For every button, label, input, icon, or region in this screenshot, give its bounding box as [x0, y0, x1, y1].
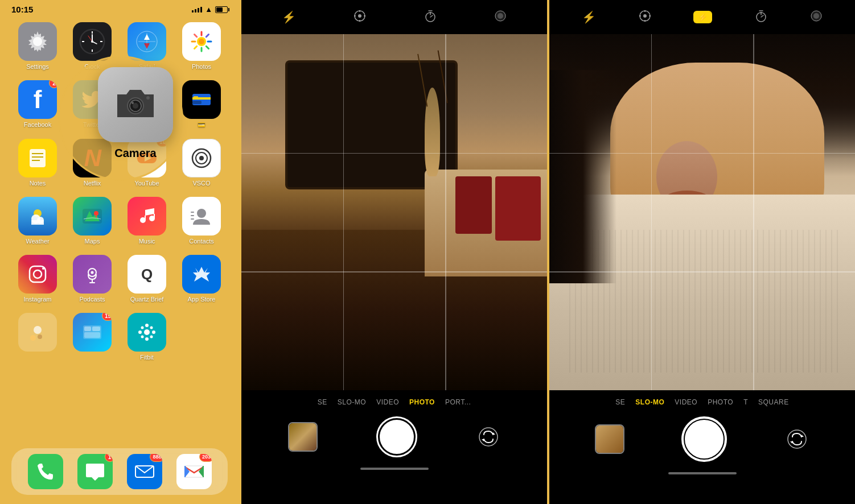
app-settings-label: Settings: [26, 63, 49, 70]
thumbnail-front[interactable]: [595, 424, 624, 454]
svg-line-106: [761, 15, 763, 17]
svg-point-75: [150, 336, 153, 338]
svg-rect-28: [192, 101, 202, 104]
app-quartz[interactable]: Q Quartz Brief: [124, 255, 170, 303]
svg-point-61: [30, 335, 36, 341]
dock-messages[interactable]: 1: [77, 454, 113, 489]
home-indicator-front: [668, 472, 737, 474]
timer-front-icon[interactable]: [755, 10, 767, 25]
signal-icon: [192, 7, 202, 13]
camera-top-bar-rear: ⚡: [241, 0, 547, 34]
mode-se-front[interactable]: SE: [615, 398, 625, 406]
svg-point-99: [643, 14, 647, 18]
app-vsco[interactable]: VSCO: [179, 139, 224, 187]
app-maps-label: Maps: [85, 238, 100, 245]
app-empty-1: [15, 313, 60, 361]
thumbnail-rear[interactable]: [288, 422, 318, 452]
svg-point-67: [144, 329, 150, 335]
svg-point-17: [199, 39, 204, 44]
svg-rect-65: [92, 327, 100, 331]
dock-phone[interactable]: [28, 454, 63, 489]
app-calendar[interactable]: MON 25 Ca: [124, 80, 170, 129]
mode-photo-front[interactable]: PHOTO: [708, 398, 733, 406]
app-photos[interactable]: Photos: [179, 22, 224, 70]
svg-line-24: [195, 46, 197, 48]
mode-slomo-front[interactable]: SLO-MO: [635, 398, 664, 406]
mode-se[interactable]: SE: [318, 398, 327, 406]
app-clock-label: Clock: [84, 63, 100, 70]
svg-point-70: [138, 331, 142, 334]
dock-mail[interactable]: 888: [127, 454, 162, 489]
live-photo-front-icon[interactable]: [639, 10, 651, 25]
mode-portrait[interactable]: PORT...: [445, 398, 471, 406]
clock-display: 10:15: [11, 5, 33, 14]
viewfinder-rear: [241, 34, 547, 390]
wifi-icon: ▲: [205, 5, 212, 14]
svg-marker-15: [144, 43, 150, 49]
flash-icon[interactable]: ⚡: [282, 10, 296, 24]
camera-top-bar-front: ⚡ ⚡: [549, 0, 855, 34]
mode-square-front[interactable]: SQUARE: [758, 398, 789, 406]
app-youtube[interactable]: 16 YouTube: [124, 139, 170, 187]
app-appstore[interactable]: App Store: [179, 255, 224, 303]
svg-point-95: [479, 428, 498, 446]
svg-line-23: [206, 46, 208, 48]
flip-camera-front[interactable]: [784, 427, 809, 452]
svg-point-72: [141, 327, 144, 329]
live-photo-icon[interactable]: [353, 10, 366, 24]
svg-point-44: [94, 211, 98, 216]
app-safari[interactable]: Safari: [124, 22, 170, 70]
svg-rect-64: [84, 327, 91, 331]
app-safari-label: Safari: [139, 63, 155, 70]
app-twitter[interactable]: 11 Twitter: [69, 80, 115, 129]
svg-marker-14: [144, 34, 150, 40]
app-calendar-label: Ca: [143, 121, 151, 128]
app-facebook-badge: 2: [49, 80, 57, 88]
app-fitbit[interactable]: Fitbit: [124, 313, 170, 361]
app-facebook[interactable]: f 2 Facebook: [15, 80, 60, 129]
app-vsco-label: VSCO: [192, 180, 210, 187]
shutter-button-front[interactable]: [681, 416, 727, 462]
app-notes[interactable]: Notes: [15, 139, 60, 187]
timer-icon[interactable]: [424, 10, 437, 25]
svg-marker-112: [790, 441, 792, 444]
mode-video-front[interactable]: VIDEO: [675, 398, 697, 406]
app-maps[interactable]: Maps: [69, 197, 115, 245]
mode-t-front[interactable]: T: [743, 398, 748, 406]
app-clock[interactable]: Clock: [69, 22, 115, 70]
svg-point-62: [38, 334, 42, 339]
svg-point-69: [145, 337, 149, 341]
svg-point-54: [34, 270, 42, 278]
app-photos2[interactable]: 19: [69, 313, 115, 361]
app-instagram[interactable]: Instagram: [15, 255, 60, 303]
app-podcasts-label: Podcasts: [79, 296, 105, 303]
app-weather[interactable]: Weather: [15, 197, 60, 245]
svg-point-71: [152, 331, 155, 334]
hdr-front-icon[interactable]: [810, 10, 823, 25]
app-contacts-label: Contacts: [189, 238, 213, 245]
app-music[interactable]: Music: [124, 197, 170, 245]
app-podcasts[interactable]: Podcasts: [69, 255, 115, 303]
svg-rect-30: [30, 149, 46, 167]
shutter-button-rear[interactable]: [376, 416, 417, 457]
app-notes-label: Notes: [30, 180, 46, 187]
mode-photo[interactable]: PHOTO: [409, 398, 435, 406]
shutter-controls-rear: [241, 411, 547, 463]
svg-line-25: [206, 35, 208, 37]
dock-gmail[interactable]: 203: [176, 454, 212, 489]
flip-camera-rear[interactable]: [476, 424, 501, 449]
app-contacts[interactable]: Contacts: [179, 197, 224, 245]
app-settings[interactable]: Settings: [15, 22, 60, 70]
svg-rect-66: [84, 332, 100, 338]
shutter-controls-front: [549, 411, 855, 468]
app-netflix[interactable]: N Netflix: [69, 139, 115, 187]
viewfinder-front: [549, 34, 855, 390]
app-wallet[interactable]: 💳: [179, 80, 224, 129]
hdr-icon[interactable]: [494, 10, 507, 25]
mode-slomo[interactable]: SLO-MO: [338, 398, 366, 406]
mode-selector-rear: SE SLO-MO VIDEO PHOTO PORT...: [312, 390, 476, 411]
dock: 1 888: [11, 448, 228, 495]
flash-front-icon[interactable]: ⚡: [582, 10, 596, 24]
mode-video[interactable]: VIDEO: [376, 398, 399, 406]
camera-bottom-bar-rear: SE SLO-MO VIDEO PHOTO PORT...: [241, 390, 547, 504]
